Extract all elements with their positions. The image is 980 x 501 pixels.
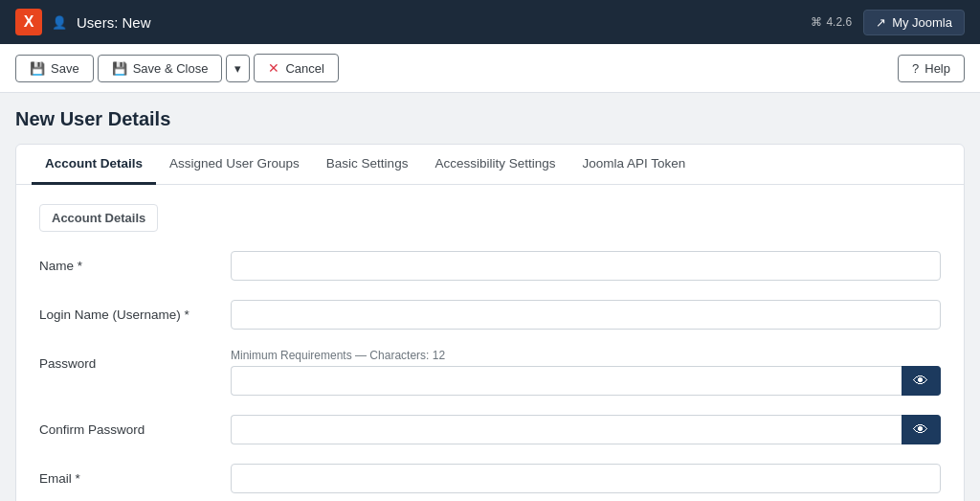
tab-basic-settings[interactable]: Basic Settings [313,145,422,185]
page-title-nav: Users: New [77,14,151,31]
input-password[interactable] [231,366,902,396]
tab-joomla-api-token[interactable]: Joomla API Token [568,145,699,185]
tab-assigned-user-groups[interactable]: Assigned User Groups [156,145,313,185]
save-close-icon: 💾 [112,61,127,76]
save-label: Save [51,61,79,76]
version-number: 4.2.6 [826,15,852,29]
toolbar-left: 💾 Save 💾 Save & Close ▾ ✕ Cancel [15,54,339,82]
tab-accessibility-settings[interactable]: Accessibility Settings [421,145,568,185]
version-icon: ⌘ [811,15,822,29]
help-button[interactable]: ? Help [898,55,965,82]
save-close-button[interactable]: 💾 Save & Close [98,55,223,82]
help-icon: ? [912,61,919,76]
nav-right: ⌘ 4.2.6 ↗ My Joomla [811,10,965,35]
nav-left: X 👤 Users: New [15,9,151,35]
input-email[interactable] [231,464,941,493]
tabs-bar: Account Details Assigned User Groups Bas… [16,145,964,185]
cancel-button[interactable]: ✕ Cancel [254,54,338,82]
confirm-password-wrapper: 👁 [231,415,941,444]
label-name: Name * [39,251,231,273]
joomla-logo: X [15,9,42,35]
save-button[interactable]: 💾 Save [15,55,94,82]
label-email: Email * [39,464,231,486]
input-name[interactable] [231,251,941,281]
dropdown-icon: ▾ [234,61,241,76]
my-joomla-label: My Joomla [892,15,952,30]
toolbar: 💾 Save 💾 Save & Close ▾ ✕ Cancel ? Help [0,44,980,93]
version-badge: ⌘ 4.2.6 [811,15,852,29]
input-confirm-password[interactable] [231,415,902,444]
field-password: Minimum Requirements — Characters: 12 👁 [231,349,941,396]
cancel-label: Cancel [285,61,323,76]
field-row-confirm-password: Confirm Password 👁 [39,415,941,444]
field-name [231,251,941,281]
form-area: Account Details Name * Login Name (Usern… [16,185,964,501]
help-label: Help [924,61,950,76]
section-title: Account Details [39,204,158,232]
field-row-email: Email * [39,464,941,493]
label-confirm-password: Confirm Password [39,415,231,437]
dropdown-button[interactable]: ▾ [226,55,250,82]
tab-account-details[interactable]: Account Details [32,145,156,185]
field-row-password: Password Minimum Requirements — Characte… [39,349,941,396]
my-joomla-icon: ↗ [876,15,886,30]
save-icon: 💾 [30,61,45,76]
toolbar-right: ? Help [898,55,965,82]
label-username: Login Name (Username) * [39,300,231,322]
main-card: Account Details Assigned User Groups Bas… [15,144,965,501]
my-joomla-button[interactable]: ↗ My Joomla [863,10,965,35]
field-row-username: Login Name (Username) * [39,300,941,330]
label-password: Password [39,349,231,371]
save-close-label: Save & Close [133,61,209,76]
user-icon: 👤 [52,15,67,30]
page-heading: New User Details [15,108,965,130]
cancel-icon: ✕ [268,60,279,76]
field-email [231,464,941,493]
toggle-confirm-password-button[interactable]: 👁 [902,415,941,444]
page-content: New User Details Account Details Assigne… [0,93,980,501]
eye-icon-confirm: 👁 [913,421,928,439]
eye-icon: 👁 [913,373,928,390]
top-navigation: X 👤 Users: New ⌘ 4.2.6 ↗ My Joomla [0,0,980,44]
toggle-password-button[interactable]: 👁 [902,366,941,396]
field-row-name: Name * [39,251,941,281]
password-wrapper: 👁 [231,366,941,396]
field-confirm-password: 👁 [231,415,941,444]
field-username [231,300,941,330]
password-hint: Minimum Requirements — Characters: 12 [231,349,941,362]
input-username[interactable] [231,300,941,330]
